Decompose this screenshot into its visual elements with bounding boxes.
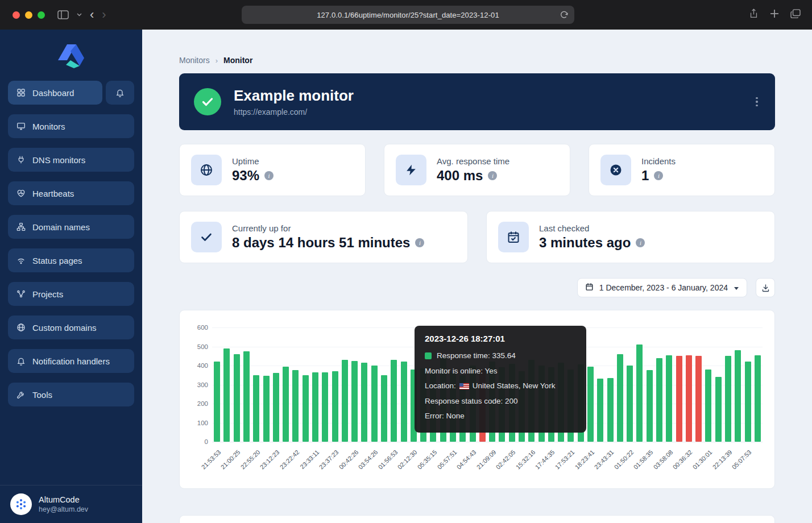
- us-flag-icon: [459, 383, 469, 389]
- chart-bar[interactable]: [223, 348, 230, 442]
- account-footer[interactable]: AltumCode hey@altum.dev: [0, 485, 142, 523]
- status-up-icon: [194, 88, 221, 115]
- chart-bar[interactable]: [676, 356, 682, 442]
- kebab-menu-icon[interactable]: [751, 93, 763, 111]
- breadcrumb-monitors-link[interactable]: Monitors: [179, 56, 210, 65]
- chart-bar[interactable]: [351, 361, 358, 442]
- chart-bar[interactable]: [371, 366, 378, 442]
- sidebar-item-projects[interactable]: Projects: [8, 282, 134, 306]
- chart-bar[interactable]: [686, 355, 692, 442]
- chart-bar[interactable]: [283, 367, 289, 442]
- reload-icon[interactable]: [560, 10, 569, 22]
- chart-bar[interactable]: [303, 375, 309, 442]
- heart-pulse-icon: [16, 189, 26, 198]
- uptime-value: 93%: [232, 168, 259, 184]
- sidebar-item-custom-domains[interactable]: Custom domains: [8, 316, 134, 339]
- share-icon[interactable]: [749, 8, 759, 22]
- chart-bar[interactable]: [391, 360, 397, 442]
- plug-icon: [16, 155, 26, 165]
- chart-bar[interactable]: [342, 360, 348, 442]
- info-icon[interactable]: [636, 238, 645, 247]
- stat-label: Last checked: [539, 223, 645, 233]
- chart-bar[interactable]: [647, 370, 653, 442]
- chart-bar[interactable]: [597, 379, 603, 442]
- chart-bar[interactable]: [312, 372, 318, 442]
- download-chart-button[interactable]: [756, 278, 775, 297]
- next-card-edge: [179, 515, 775, 523]
- chart-bar[interactable]: [755, 355, 761, 442]
- dashboard-grid-icon: [16, 88, 26, 98]
- incidents-card: Incidents 1: [589, 144, 775, 196]
- chart-bar[interactable]: [361, 363, 367, 442]
- notifications-button[interactable]: [106, 81, 134, 105]
- zoom-window-button[interactable]: [38, 11, 45, 19]
- minimize-window-button[interactable]: [25, 11, 32, 19]
- info-icon[interactable]: [654, 171, 663, 180]
- sidebar-item-notification-handlers[interactable]: Notification handlers: [8, 349, 134, 373]
- signal-icon: [16, 256, 26, 265]
- back-button[interactable]: ‹: [90, 9, 94, 21]
- chart-bar[interactable]: [705, 370, 711, 442]
- chart-bar[interactable]: [735, 350, 741, 442]
- chart-bar[interactable]: [656, 358, 662, 442]
- sidebar-item-monitors[interactable]: Monitors: [8, 114, 134, 138]
- chart-bar[interactable]: [243, 351, 250, 442]
- info-icon[interactable]: [264, 171, 274, 180]
- chart-bar[interactable]: [725, 356, 731, 442]
- info-icon[interactable]: [415, 238, 424, 247]
- chevron-down-icon[interactable]: [77, 13, 82, 16]
- chart-bar[interactable]: [332, 371, 338, 442]
- calendar-check-icon: [498, 222, 529, 252]
- close-window-button[interactable]: [13, 11, 20, 19]
- breadcrumb-current: Monitor: [223, 56, 252, 65]
- new-tab-icon[interactable]: [770, 9, 779, 20]
- last-checked-card: Last checked 3 minutes ago: [486, 211, 775, 263]
- y-tick-label: 300: [184, 381, 208, 388]
- chart-bar[interactable]: [263, 376, 270, 442]
- chart-bar[interactable]: [273, 373, 279, 442]
- tab-overview-icon[interactable]: [790, 9, 801, 20]
- sidebar-item-tools[interactable]: Tools: [8, 383, 134, 406]
- stat-label: Currently up for: [232, 223, 424, 233]
- chart-bar[interactable]: [607, 378, 614, 442]
- tooltip-timestamp: 2023-12-26 18:27:01: [425, 334, 576, 343]
- chart-bar[interactable]: [666, 355, 672, 442]
- chart-bar[interactable]: [381, 375, 387, 442]
- sidebar-item-heartbeats[interactable]: Heartbeats: [8, 181, 134, 205]
- chart-bar[interactable]: [627, 366, 633, 442]
- sidebar-item-dns-monitors[interactable]: DNS monitors: [8, 148, 134, 172]
- monitor-icon: [16, 122, 26, 131]
- chart-bar[interactable]: [617, 354, 623, 442]
- response-time-chart[interactable]: 0100200300400500600 21:53:5321:00:2522:5…: [179, 310, 775, 489]
- url-text: 127.0.0.1/66uptime/monitor/25?start_date…: [317, 11, 499, 19]
- y-tick-label: 500: [184, 343, 208, 350]
- sidebar-item-label: Projects: [32, 289, 63, 299]
- address-bar[interactable]: 127.0.0.1/66uptime/monitor/25?start_date…: [242, 6, 574, 24]
- tooltip-location-prefix: Location:: [425, 379, 456, 394]
- chart-bar[interactable]: [401, 362, 407, 442]
- chart-bar[interactable]: [636, 344, 643, 442]
- sidebar-item-status-pages[interactable]: Status pages: [8, 248, 134, 272]
- date-range-picker[interactable]: 1 December, 2023 - 6 January, 2024: [577, 278, 747, 297]
- tooltip-online: Monitor is online: Yes: [425, 364, 498, 379]
- chart-bar[interactable]: [715, 377, 722, 442]
- response-time-value: 400 ms: [437, 168, 483, 184]
- bolt-icon: [396, 155, 426, 185]
- chart-bar[interactable]: [745, 362, 751, 442]
- chart-bar[interactable]: [322, 372, 328, 442]
- sidebar-item-dashboard[interactable]: Dashboard: [8, 81, 102, 105]
- chart-bar[interactable]: [253, 375, 259, 442]
- chart-bar[interactable]: [234, 354, 240, 442]
- sidebar-item-domain-names[interactable]: Domain names: [8, 215, 134, 239]
- chart-bar[interactable]: [214, 362, 220, 442]
- monitor-header-card: Example monitor https://example.com/: [179, 73, 775, 130]
- uptime-duration-value: 8 days 14 hours 51 minutes: [232, 235, 410, 251]
- chart-bar[interactable]: [695, 356, 702, 442]
- chart-bar[interactable]: [587, 367, 594, 442]
- forward-button[interactable]: ›: [102, 9, 106, 21]
- app-logo[interactable]: [0, 30, 142, 81]
- info-icon[interactable]: [488, 171, 497, 180]
- monitor-url[interactable]: https://example.com/: [234, 107, 354, 117]
- sidebar-toggle-icon[interactable]: [57, 10, 69, 19]
- chart-bar[interactable]: [292, 370, 299, 442]
